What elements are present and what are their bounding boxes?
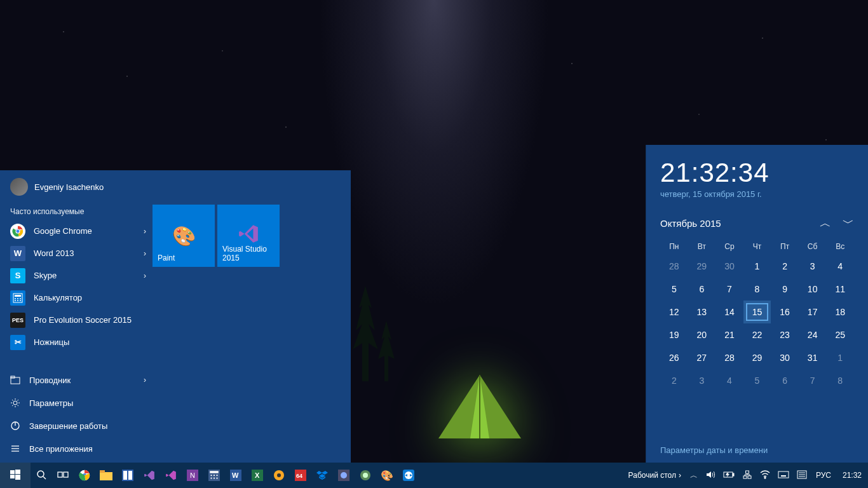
tile-visual-studio[interactable]: Visual Studio 2015	[217, 205, 280, 267]
calendar-day[interactable]: 5	[660, 278, 688, 301]
calendar-prev-button[interactable]: ︿	[820, 215, 831, 231]
calendar-day[interactable]: 29	[743, 346, 771, 369]
calendar-day[interactable]: 21	[715, 323, 743, 346]
taskbar-app-aida64[interactable]: 64	[290, 463, 311, 488]
taskbar-app-app2[interactable]	[355, 463, 376, 488]
taskbar: NWX64🎨 Рабочий стол › ︿ РУС 21:32	[0, 463, 868, 488]
calendar-day[interactable]: 8	[743, 278, 771, 301]
paint-icon: 🎨	[381, 469, 393, 482]
calendar-day[interactable]: 15	[743, 301, 771, 323]
app-item-skype[interactable]: S Skype ›	[0, 264, 153, 287]
app-item-pes[interactable]: PES Pro Evolution Soccer 2015	[0, 309, 153, 331]
calendar-day[interactable]: 4	[715, 369, 743, 392]
calendar-day[interactable]: 1	[743, 255, 771, 278]
user-account-button[interactable]: Evgeniy Isachenko	[0, 178, 153, 207]
taskbar-app-onenote[interactable]: N	[182, 463, 203, 488]
search-button[interactable]	[31, 463, 52, 488]
battery-icon	[723, 471, 735, 480]
tray-ime-button[interactable]	[793, 463, 811, 488]
pes-icon: PES	[10, 313, 25, 328]
calendar-day[interactable]: 6	[688, 278, 716, 301]
skype-icon: S	[10, 268, 25, 283]
calendar-day[interactable]: 26	[660, 346, 688, 369]
tray-chevron-button[interactable]: ︿	[686, 463, 702, 488]
power-button[interactable]: Завершение работы	[0, 414, 153, 437]
taskbar-app-visual-studio-blend[interactable]	[160, 463, 182, 488]
calendar-day[interactable]: 3	[688, 369, 716, 392]
calendar-day[interactable]: 7	[799, 369, 827, 392]
calendar-day[interactable]: 10	[799, 278, 827, 301]
taskbar-app-total-commander[interactable]	[117, 463, 139, 488]
taskbar-app-excel[interactable]: X	[247, 463, 268, 488]
calendar-day[interactable]: 17	[799, 301, 827, 323]
app-item-chrome[interactable]: Google Chrome ›	[0, 220, 153, 242]
calendar-day[interactable]: 3	[799, 255, 827, 278]
calendar-month-label[interactable]: Октябрь 2015	[660, 218, 721, 229]
app-label: Pro Evolution Soccer 2015	[34, 315, 132, 325]
calendar-day[interactable]: 20	[688, 323, 716, 346]
calendar-day[interactable]: 23	[771, 323, 799, 346]
taskbar-app-calculator[interactable]	[203, 463, 225, 488]
visual-studio-icon	[143, 469, 156, 482]
visual-studio-blend-icon	[165, 469, 177, 482]
calendar-day[interactable]: 28	[660, 255, 688, 278]
taskbar-app-word[interactable]: W	[225, 463, 247, 488]
calendar-day[interactable]: 18	[826, 301, 854, 323]
date-time-settings-link[interactable]: Параметры даты и времени	[660, 440, 854, 455]
calendar-day[interactable]: 7	[715, 278, 743, 301]
app-item-calculator[interactable]: Калькулятор	[0, 287, 153, 309]
taskbar-app-app1[interactable]	[333, 463, 355, 488]
calendar-day[interactable]: 1	[826, 346, 854, 369]
taskbar-app-paint[interactable]: 🎨	[376, 463, 398, 488]
calendar-day[interactable]: 14	[715, 301, 743, 323]
tray-network-button[interactable]	[738, 463, 756, 488]
taskbar-app-dropbox[interactable]	[311, 463, 333, 488]
calendar-day[interactable]: 16	[771, 301, 799, 323]
taskbar-app-visual-studio[interactable]	[139, 463, 160, 488]
tile-label: Visual Studio 2015	[222, 245, 280, 263]
calendar-day[interactable]: 9	[771, 278, 799, 301]
calendar-day[interactable]: 25	[826, 323, 854, 346]
taskbar-app-chrome[interactable]	[74, 463, 95, 488]
tile-paint[interactable]: 🎨 Paint	[153, 205, 215, 267]
calendar-day[interactable]: 11	[826, 278, 854, 301]
calendar-day[interactable]: 24	[799, 323, 827, 346]
app-item-snipping[interactable]: ✂ Ножницы	[0, 331, 153, 353]
calendar-day[interactable]: 6	[771, 369, 799, 392]
calendar-day[interactable]: 30	[715, 255, 743, 278]
all-apps-button[interactable]: Все приложения	[0, 437, 153, 460]
taskbar-app-teamviewer[interactable]	[398, 463, 419, 488]
calendar-day[interactable]: 29	[688, 255, 716, 278]
task-view-button[interactable]	[52, 463, 74, 488]
calendar-day[interactable]: 13	[688, 301, 716, 323]
explorer-button[interactable]: Проводник ›	[0, 369, 153, 391]
search-icon	[36, 470, 46, 482]
calendar-day[interactable]: 31	[799, 346, 827, 369]
taskbar-app-explorer[interactable]	[95, 463, 117, 488]
settings-button[interactable]: Параметры	[0, 391, 153, 414]
taskbar-clock[interactable]: 21:32	[836, 463, 868, 488]
calendar-day[interactable]: 12	[660, 301, 688, 323]
start-button[interactable]	[0, 463, 31, 488]
taskbar-app-media[interactable]	[268, 463, 290, 488]
svg-rect-32	[123, 471, 127, 480]
tray-power-button[interactable]	[719, 463, 738, 488]
calendar-day[interactable]: 5	[743, 369, 771, 392]
language-indicator[interactable]: РУС	[811, 463, 836, 488]
calendar-next-button[interactable]: ﹀	[843, 215, 854, 231]
calendar-day[interactable]: 27	[688, 346, 716, 369]
show-desktop-button[interactable]: Рабочий стол ›	[626, 463, 686, 488]
tray-input-button[interactable]	[774, 463, 793, 488]
calendar-day[interactable]: 28	[715, 346, 743, 369]
calendar-day[interactable]: 2	[660, 369, 688, 392]
calendar-day[interactable]: 19	[660, 323, 688, 346]
calendar-day[interactable]: 22	[743, 323, 771, 346]
app-item-word[interactable]: W Word 2013 ›	[0, 242, 153, 264]
tray-wifi-button[interactable]	[756, 463, 774, 488]
calendar-day[interactable]: 4	[826, 255, 854, 278]
calendar-day[interactable]: 2	[771, 255, 799, 278]
calendar-day[interactable]: 30	[771, 346, 799, 369]
clock-date[interactable]: четверг, 15 октября 2015 г.	[660, 189, 854, 199]
tray-volume-button[interactable]	[702, 463, 719, 488]
calendar-day[interactable]: 8	[826, 369, 854, 392]
